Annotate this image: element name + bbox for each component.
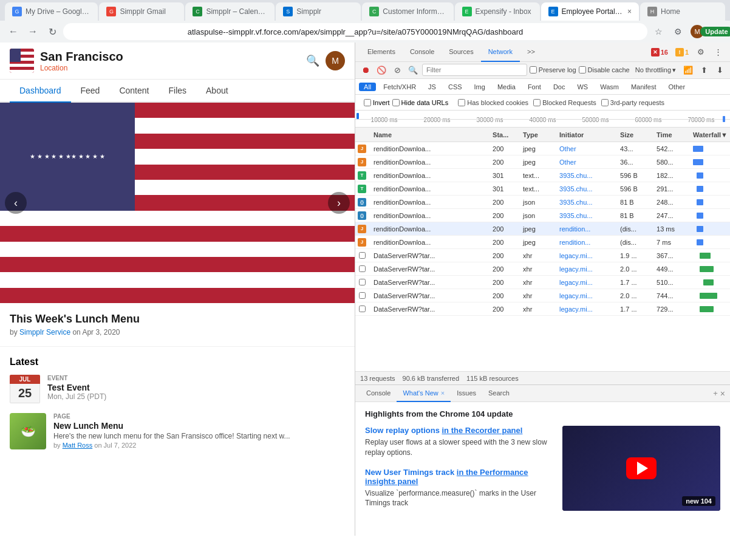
network-row[interactable]: {} renditionDownloa... 200 json 3935.chu… xyxy=(355,196,730,209)
nav-item-files[interactable]: Files xyxy=(159,80,196,103)
network-row[interactable]: DataServerRW?tar... 200 xhr legacy.mi...… xyxy=(355,302,730,316)
browser-tab-3[interactable]: S Simpplr xyxy=(276,2,361,21)
export-button[interactable]: ⬇ xyxy=(713,63,726,77)
third-party-check[interactable] xyxy=(601,99,609,106)
search-button[interactable]: 🔍 xyxy=(406,63,420,77)
whats-new-close-icon[interactable]: × xyxy=(441,389,445,397)
disable-cache-checkbox[interactable]: Disable cache xyxy=(579,66,630,73)
hide-data-urls-check[interactable] xyxy=(392,99,400,106)
browser-tab-5[interactable]: E Expensify - Inbox xyxy=(455,2,540,21)
browser-tab-6[interactable]: E Employee Portal |... × xyxy=(541,2,639,21)
network-row[interactable]: DataServerRW?tar... 200 xhr legacy.mi...… xyxy=(355,249,730,262)
search-icon[interactable]: 🔍 xyxy=(306,54,319,67)
network-row[interactable]: T renditionDownloa... 301 text... 3935.c… xyxy=(355,182,730,196)
col-header-waterfall[interactable]: Waterfall ▼ xyxy=(691,131,730,138)
devtools-tab-elements[interactable]: Elements xyxy=(360,43,403,62)
filter-wasm[interactable]: Wasm xyxy=(595,83,624,91)
preserve-log-check[interactable] xyxy=(530,66,537,73)
nav-item-dashboard[interactable]: Dashboard xyxy=(10,80,71,103)
filter-all[interactable]: All xyxy=(359,83,376,91)
devtools-tab-more[interactable]: >> xyxy=(520,43,542,62)
network-row[interactable]: T renditionDownloa... 301 text... 3935.c… xyxy=(355,169,730,182)
nav-item-about[interactable]: About xyxy=(196,80,238,103)
update-button[interactable]: Update xyxy=(708,23,725,40)
row-checkbox[interactable] xyxy=(359,292,366,299)
filter-fetch-xhr[interactable]: Fetch/XHR xyxy=(378,83,421,91)
avatar[interactable]: M xyxy=(326,51,345,70)
row-checkbox[interactable] xyxy=(359,306,366,312)
filter-ws[interactable]: WS xyxy=(572,83,593,91)
row-checkbox[interactable] xyxy=(359,279,366,285)
third-party-checkbox[interactable]: 3rd-party requests xyxy=(601,99,664,106)
event-name[interactable]: Test Event xyxy=(47,383,106,392)
item-0-title-link[interactable]: in the Recorder panel xyxy=(442,426,522,435)
row-checkbox[interactable] xyxy=(359,265,366,272)
clear-button[interactable]: 🚫 xyxy=(375,63,388,77)
forward-button[interactable]: → xyxy=(24,23,41,40)
invert-check[interactable] xyxy=(364,99,371,106)
preserve-log-checkbox[interactable]: Preserve log xyxy=(530,66,576,73)
filter-js[interactable]: JS xyxy=(423,83,441,91)
hide-data-urls-checkbox[interactable]: Hide data URLs xyxy=(392,99,449,106)
network-row[interactable]: J renditionDownloa... 200 jpeg rendition… xyxy=(355,236,730,249)
back-button[interactable]: ← xyxy=(5,23,22,40)
filter-img[interactable]: Img xyxy=(469,83,490,91)
network-row[interactable]: J renditionDownloa... 200 jpeg Other 36.… xyxy=(355,155,730,169)
filter-other[interactable]: Other xyxy=(664,83,691,91)
hero-prev-button[interactable]: ‹ xyxy=(5,192,27,214)
filter-font[interactable]: Font xyxy=(523,83,546,91)
record-button[interactable]: ⏺ xyxy=(359,63,372,77)
bottom-tab-search[interactable]: Search xyxy=(482,385,516,402)
import-button[interactable]: ⬆ xyxy=(697,63,711,77)
browser-tab-0[interactable]: G My Drive – Google... xyxy=(5,2,98,21)
article-author-link[interactable]: Simpplr Service xyxy=(19,328,70,336)
bookmark-button[interactable]: ☆ xyxy=(650,23,667,40)
col-header-size[interactable]: Size xyxy=(618,131,654,138)
col-header-type[interactable]: Type xyxy=(520,131,557,138)
filter-css[interactable]: CSS xyxy=(443,83,467,91)
throttling-select[interactable]: No throttling ▾ xyxy=(632,65,679,75)
devtools-tab-network[interactable]: Network xyxy=(481,43,520,62)
filter-manifest[interactable]: Manifest xyxy=(626,83,661,91)
extension-button[interactable]: ⚙ xyxy=(669,23,686,40)
bottom-tab-console[interactable]: Console xyxy=(360,385,397,402)
filter-doc[interactable]: Doc xyxy=(548,83,570,91)
invert-checkbox[interactable]: Invert xyxy=(364,99,390,106)
network-row[interactable]: {} renditionDownloa... 200 json 3935.chu… xyxy=(355,209,730,222)
wifi-icon[interactable]: 📶 xyxy=(681,63,695,77)
news-author-link[interactable]: Matt Ross xyxy=(63,442,93,449)
filter-media[interactable]: Media xyxy=(493,83,520,91)
nav-item-feed[interactable]: Feed xyxy=(71,80,110,103)
browser-tab-1[interactable]: G Simpplr Gmail xyxy=(99,2,184,21)
hero-next-button[interactable]: › xyxy=(328,192,350,214)
whats-new-video[interactable]: new 104 xyxy=(562,426,720,511)
warning-badge[interactable]: ! 1 xyxy=(673,45,691,60)
col-header-status[interactable]: Sta... xyxy=(490,131,520,138)
bottom-tab-whats-new[interactable]: What's New × xyxy=(397,385,451,402)
new-tab-icon[interactable]: + xyxy=(713,389,718,398)
youtube-play-button[interactable] xyxy=(626,457,657,479)
blocked-cookies-checkbox[interactable]: Has blocked cookies xyxy=(458,99,528,106)
network-row[interactable]: DataServerRW?tar... 200 xhr legacy.mi...… xyxy=(355,289,730,302)
network-row[interactable]: J renditionDownloa... 200 jpeg Other 43.… xyxy=(355,142,730,155)
network-row[interactable]: DataServerRW?tar... 200 xhr legacy.mi...… xyxy=(355,262,730,276)
devtools-tab-console[interactable]: Console xyxy=(403,43,442,62)
col-header-initiator[interactable]: Initiator xyxy=(557,131,618,138)
news-title[interactable]: New Lunch Menu xyxy=(53,421,290,431)
row-checkbox[interactable] xyxy=(359,252,366,259)
address-bar[interactable]: atlaspulse--simpplr.vf.force.com/apex/si… xyxy=(63,23,647,40)
browser-tab-4[interactable]: C Customer Informa... xyxy=(362,2,453,21)
bottom-tab-issues[interactable]: Issues xyxy=(451,385,482,402)
disable-cache-check[interactable] xyxy=(579,66,586,73)
close-bottom-panel-icon[interactable]: × xyxy=(720,389,725,398)
network-row[interactable]: J renditionDownloa... 200 jpeg rendition… xyxy=(355,222,730,236)
more-options-button[interactable]: ⋮ xyxy=(711,45,725,60)
settings-button[interactable]: ⚙ xyxy=(694,45,708,60)
browser-tab-7[interactable]: H Home xyxy=(640,2,725,21)
blocked-requests-checkbox[interactable]: Blocked Requests xyxy=(533,99,596,106)
nav-item-content[interactable]: Content xyxy=(109,80,159,103)
blocked-requests-check[interactable] xyxy=(533,99,541,106)
tab-close-icon[interactable]: × xyxy=(627,7,632,16)
reload-button[interactable]: ↻ xyxy=(44,23,61,40)
network-filter-input[interactable] xyxy=(422,64,527,76)
